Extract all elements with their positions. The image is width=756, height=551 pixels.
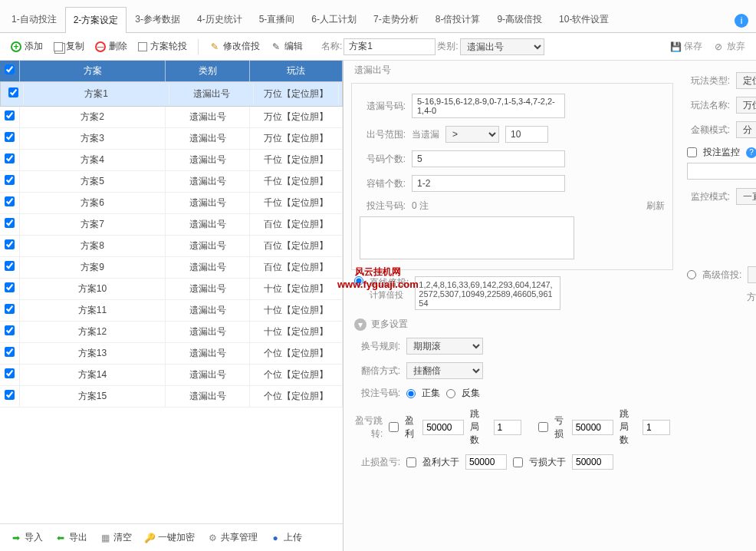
positive-radio[interactable] — [406, 389, 416, 398]
tab-3[interactable]: 4-历史统计 — [189, 6, 251, 32]
tab-4[interactable]: 5-直播间 — [251, 6, 304, 32]
row-checkbox-cell — [0, 300, 20, 321]
save-button[interactable]: 💾保存 — [666, 38, 707, 55]
cancel-button[interactable]: ⊘放弃 — [708, 38, 750, 55]
import-button[interactable]: ➡导入 — [6, 529, 48, 546]
line-multiplier-textarea[interactable]: 1,2,4,8,16,33,69,142,293,604,1247,2572,5… — [415, 276, 560, 310]
tab-2[interactable]: 3-参考数据 — [127, 6, 189, 32]
select-all-checkbox[interactable] — [5, 64, 15, 74]
add-button[interactable]: +添加 — [6, 38, 48, 55]
tab-9[interactable]: 10-软件设置 — [551, 6, 617, 32]
jump-n-input[interactable] — [494, 420, 521, 435]
monitor-mode-select[interactable]: 一直监控 — [736, 188, 756, 205]
share-button[interactable]: ⚙共享管理 — [202, 529, 262, 546]
more-settings-header[interactable]: ▾更多设置 — [354, 318, 681, 331]
copy-button[interactable]: 复制 — [49, 38, 89, 55]
monitor-input[interactable] — [687, 163, 756, 180]
table-body: 方案1遗漏出号万位【定位胆】方案2遗漏出号万位【定位胆】方案3遗漏出号万位【定位… — [0, 81, 343, 523]
row-checkbox[interactable] — [5, 347, 15, 357]
row-checkbox[interactable] — [5, 325, 15, 335]
tab-1[interactable]: 2-方案设定 — [65, 7, 127, 33]
table-row[interactable]: 方案6遗漏出号千位【定位胆】 — [0, 193, 343, 214]
table-row[interactable]: 方案10遗漏出号十位【定位胆】 — [0, 279, 343, 300]
table-row[interactable]: 方案7遗漏出号百位【定位胆】 — [0, 214, 343, 236]
loss-checkbox[interactable] — [538, 422, 548, 432]
row-checkbox[interactable] — [5, 390, 15, 400]
miss-code-value[interactable]: 5-16,9-15,6-12,8-9,0-7,1-5,3-4,7-2,2-1,4… — [412, 94, 565, 118]
header-play[interactable]: 玩法 — [250, 61, 343, 81]
profit-gt-input[interactable] — [465, 454, 507, 470]
row-checkbox[interactable] — [5, 196, 15, 206]
table-row[interactable]: 方案9遗漏出号百位【定位胆】 — [0, 257, 343, 279]
adv-multiplier-radio[interactable] — [687, 270, 696, 279]
range-op-select[interactable]: > — [445, 126, 499, 143]
count-input[interactable] — [412, 150, 565, 167]
tab-8[interactable]: 9-高级倍投 — [488, 6, 551, 32]
tab-6[interactable]: 7-走势分析 — [365, 6, 427, 32]
table-row[interactable]: 方案13遗漏出号个位【定位胆】 — [0, 343, 343, 365]
profit-gt-checkbox[interactable] — [406, 457, 416, 467]
table-row[interactable]: 方案12遗漏出号十位【定位胆】 — [0, 322, 343, 343]
name-input[interactable] — [343, 38, 436, 55]
encrypt-button[interactable]: 🔑一键加密 — [140, 529, 199, 546]
monitor-checkbox[interactable] — [687, 147, 697, 157]
play-name-select[interactable]: 万位 — [736, 97, 756, 114]
row-checkbox[interactable] — [5, 132, 15, 142]
row-checkbox[interactable] — [5, 239, 15, 249]
profit-input[interactable] — [422, 420, 464, 435]
table-row[interactable]: 方案1遗漏出号万位【定位胆】 — [0, 81, 343, 107]
upload-button[interactable]: ●上传 — [265, 529, 307, 546]
edit-multiplier-button[interactable]: ✎修改倍投 — [205, 38, 265, 55]
row-checkbox[interactable] — [5, 282, 15, 292]
table-row[interactable]: 方案2遗漏出号万位【定位胆】 — [0, 107, 343, 128]
table-row[interactable]: 方案8遗漏出号百位【定位胆】 — [0, 236, 343, 257]
tab-5[interactable]: 6-人工计划 — [303, 6, 365, 32]
table-row[interactable]: 方案3遗漏出号万位【定位胆】 — [0, 128, 343, 150]
table-row[interactable]: 方案4遗漏出号千位【定位胆】 — [0, 150, 343, 171]
category-select[interactable]: 遗漏出号 — [460, 38, 544, 55]
line-multiplier-radio[interactable] — [354, 276, 363, 285]
adv-multiplier-select[interactable] — [748, 266, 756, 283]
range-value-input[interactable] — [505, 126, 548, 143]
export-button[interactable]: ⬅导出 — [51, 529, 92, 546]
header-category[interactable]: 类别 — [166, 61, 250, 81]
play-type-select[interactable]: 定位胆 — [736, 72, 756, 89]
help-icon[interactable]: ? — [746, 147, 756, 158]
plan-settings-link[interactable]: 方案设置 — [747, 291, 756, 304]
money-mode-select[interactable]: 分 — [736, 121, 756, 138]
jump-n2-input[interactable] — [643, 420, 670, 435]
loss-gt-input[interactable] — [572, 454, 613, 470]
tab-0[interactable]: 1-自动投注 — [3, 6, 65, 32]
profit-checkbox[interactable] — [389, 422, 399, 432]
flip-mode-select[interactable]: 挂翻倍 — [406, 362, 483, 379]
loss-gt-checkbox[interactable] — [513, 457, 523, 467]
row-checkbox[interactable] — [5, 111, 15, 120]
row-checkbox[interactable] — [5, 368, 15, 378]
row-checkbox[interactable] — [5, 175, 15, 185]
refresh-link[interactable]: 刷新 — [646, 200, 665, 213]
edit-button[interactable]: ✎编辑 — [266, 38, 307, 55]
rotate-button[interactable]: 方案轮投 — [133, 38, 192, 55]
bet-textarea[interactable] — [360, 216, 574, 259]
header-checkbox-cell[interactable] — [0, 61, 20, 81]
info-icon[interactable]: i — [735, 14, 748, 28]
header-plan[interactable]: 方案 — [20, 61, 166, 81]
table-row[interactable]: 方案11遗漏出号十位【定位胆】 — [0, 300, 343, 322]
table-row[interactable]: 方案14遗漏出号个位【定位胆】 — [0, 365, 343, 386]
calc-multiplier-link[interactable]: 计算倍投 — [370, 290, 403, 299]
row-checkbox[interactable] — [5, 261, 15, 271]
delete-button[interactable]: ─删除 — [90, 38, 132, 55]
clear-button[interactable]: ▦清空 — [95, 529, 136, 546]
table-row[interactable]: 方案5遗漏出号千位【定位胆】 — [0, 171, 343, 193]
table-row[interactable]: 方案15遗漏出号个位【定位胆】 — [0, 386, 343, 407]
swap-rule-select[interactable]: 期期滚 — [406, 338, 483, 355]
row-checkbox[interactable] — [8, 87, 18, 97]
negative-radio[interactable] — [446, 389, 455, 398]
tolerance-input[interactable] — [412, 175, 565, 192]
row-checkbox[interactable] — [5, 304, 15, 314]
tab-7[interactable]: 8-倍投计算 — [427, 6, 489, 32]
loss-input[interactable] — [572, 420, 613, 435]
row-checkbox[interactable] — [5, 153, 15, 163]
rotate-label: 方案轮投 — [150, 40, 187, 53]
row-checkbox[interactable] — [5, 218, 15, 228]
